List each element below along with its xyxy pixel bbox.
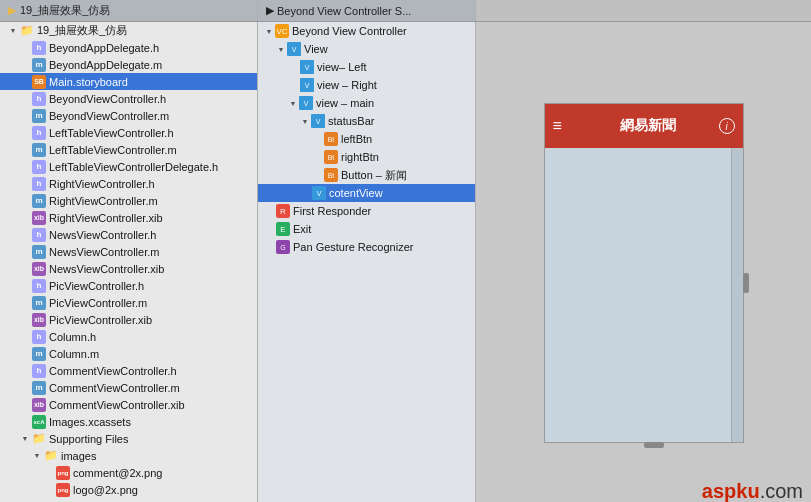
file-type-icon: h	[32, 279, 46, 293]
left-tree-item[interactable]: xibRightViewController.xib	[0, 209, 257, 226]
ib-tree-item[interactable]: ▼Vview – main	[258, 94, 475, 112]
ib-disclosure-arrow[interactable]: ▼	[300, 116, 310, 126]
file-type-icon: h	[32, 228, 46, 242]
left-tree-item[interactable]: mColumn.m	[0, 345, 257, 362]
file-type-icon: h	[32, 92, 46, 106]
left-tree-item[interactable]: mLeftTableViewController.m	[0, 141, 257, 158]
file-name-label: LeftTableViewControllerDelegate.h	[49, 161, 218, 173]
file-name-label: CommentViewController.m	[49, 382, 180, 394]
main-content: ▶ 19_抽屉效果_仿易 ▶ Beyond View Controller S.…	[0, 0, 811, 502]
middle-ib-panel[interactable]: ▼VCBeyond View Controller▼VViewVview– Le…	[258, 22, 476, 502]
file-type-icon: xib	[32, 262, 46, 276]
file-type-icon: h	[32, 160, 46, 174]
disclosure-arrow[interactable]: ▼	[8, 26, 18, 36]
nav-bar: ≡ 網易新聞 i	[545, 104, 743, 148]
file-type-icon: 📁	[20, 24, 34, 37]
left-tree-item[interactable]: mRightViewController.m	[0, 192, 257, 209]
left-tree-item[interactable]: ▼📁19_抽屉效果_仿易	[0, 22, 257, 39]
left-tree-item[interactable]: xibPicViewController.xib	[0, 311, 257, 328]
left-tree-item[interactable]: xibCommentViewController.xib	[0, 396, 257, 413]
left-tree-item[interactable]: pngcomment@2x.png	[0, 464, 257, 481]
ib-node-label: First Responder	[293, 205, 371, 217]
left-tree-item[interactable]: hRightViewController.h	[0, 175, 257, 192]
ib-node-label: view– Left	[317, 61, 367, 73]
ib-node-label: Button – 新闻	[341, 168, 407, 183]
left-tree-item[interactable]: hPicViewController.h	[0, 277, 257, 294]
file-type-icon: m	[32, 245, 46, 259]
right-preview-panel: ≡ 網易新聞 i aspku.com 免费网站建设下载	[476, 22, 811, 502]
left-tree-item[interactable]: hColumn.h	[0, 328, 257, 345]
panels-row: ▼📁19_抽屉效果_仿易hBeyondAppDelegate.hmBeyondA…	[0, 22, 811, 502]
left-tree-item[interactable]: mBeyondViewController.m	[0, 107, 257, 124]
ib-tree-item[interactable]: ▼VView	[258, 40, 475, 58]
nav-info-icon[interactable]: i	[719, 118, 735, 134]
left-tree-item[interactable]: ▼📁Supporting Files	[0, 430, 257, 447]
nav-menu-icon[interactable]: ≡	[553, 117, 577, 135]
ib-tree-item[interactable]: ▼VCBeyond View Controller	[258, 22, 475, 40]
file-type-icon: png	[56, 466, 70, 480]
ib-node-icon: Bt	[324, 168, 338, 182]
left-file-tree[interactable]: ▼📁19_抽屉效果_仿易hBeyondAppDelegate.hmBeyondA…	[0, 22, 258, 502]
file-type-icon: h	[32, 364, 46, 378]
ib-node-icon: E	[276, 222, 290, 236]
ib-disclosure-arrow[interactable]: ▼	[288, 98, 298, 108]
ib-node-label: Pan Gesture Recognizer	[293, 241, 413, 253]
ib-node-icon: Bt	[324, 132, 338, 146]
ib-tree-item[interactable]: BtrightBtn	[258, 148, 475, 166]
file-name-label: LeftTableViewController.h	[49, 127, 174, 139]
left-tree-item[interactable]: hBeyondAppDelegate.h	[0, 39, 257, 56]
file-type-icon: h	[32, 41, 46, 55]
file-name-label: BeyondAppDelegate.h	[49, 42, 159, 54]
ib-node-icon: R	[276, 204, 290, 218]
ib-tree-item[interactable]: RFirst Responder	[258, 202, 475, 220]
watermark-text: aspku	[702, 480, 760, 502]
ib-tree-item[interactable]: ▼VstatusBar	[258, 112, 475, 130]
file-name-label: NewsViewController.m	[49, 246, 159, 258]
ib-tree-item[interactable]: VcotentView	[258, 184, 475, 202]
left-tree-item[interactable]: hLeftTableViewController.h	[0, 124, 257, 141]
file-name-label: PicViewController.h	[49, 280, 144, 292]
left-tree-item[interactable]: pnglogo@2x.png	[0, 481, 257, 498]
left-tree-item[interactable]: xcAImages.xcassets	[0, 413, 257, 430]
ib-node-label: View	[304, 43, 328, 55]
left-tree-item[interactable]: mNewsViewController.m	[0, 243, 257, 260]
ib-node-label: Exit	[293, 223, 311, 235]
ib-node-icon: Bt	[324, 150, 338, 164]
left-tree-item[interactable]: hBeyondViewController.h	[0, 90, 257, 107]
file-name-label: comment@2x.png	[73, 467, 162, 479]
file-name-label: RightViewController.xib	[49, 212, 163, 224]
ib-doc-title: Beyond View Controller S...	[277, 5, 411, 17]
disclosure-arrow[interactable]: ▼	[32, 451, 42, 461]
ib-tree-item[interactable]: Vview– Left	[258, 58, 475, 76]
ib-disclosure-arrow[interactable]: ▼	[264, 26, 274, 36]
ib-node-label: cotentView	[329, 187, 383, 199]
left-tree-item[interactable]: mBeyondAppDelegate.m	[0, 56, 257, 73]
file-name-label: BeyondViewController.m	[49, 110, 169, 122]
left-tree-item[interactable]: ▼📁images	[0, 447, 257, 464]
disclosure-arrow[interactable]: ▼	[20, 434, 30, 444]
left-tree-item[interactable]: mCommentViewController.m	[0, 379, 257, 396]
left-tree-item[interactable]: mPicViewController.m	[0, 294, 257, 311]
file-name-label: LeftTableViewController.m	[49, 144, 177, 156]
phone-content	[545, 148, 743, 442]
resize-handle-bottom[interactable]	[644, 442, 664, 448]
left-tree-item[interactable]: xibNewsViewController.xib	[0, 260, 257, 277]
phone-preview: ≡ 網易新聞 i	[544, 103, 744, 443]
ib-tree-item[interactable]: EExit	[258, 220, 475, 238]
left-tree-item[interactable]: hCommentViewController.h	[0, 362, 257, 379]
file-type-icon: 📁	[44, 449, 58, 462]
ib-node-icon: V	[300, 78, 314, 92]
file-type-icon: m	[32, 194, 46, 208]
resize-handle-right[interactable]	[743, 273, 749, 293]
left-tree-item[interactable]: hNewsViewController.h	[0, 226, 257, 243]
ib-tree-item[interactable]: Vview – Right	[258, 76, 475, 94]
ib-tree-item[interactable]: BtleftBtn	[258, 130, 475, 148]
middle-panel-header: ▶ Beyond View Controller S...	[258, 0, 476, 21]
file-type-icon: m	[32, 347, 46, 361]
left-tree-item[interactable]: hLeftTableViewControllerDelegate.h	[0, 158, 257, 175]
ib-tree-item[interactable]: GPan Gesture Recognizer	[258, 238, 475, 256]
ib-disclosure-arrow[interactable]: ▼	[276, 44, 286, 54]
left-tree-item[interactable]: SBMain.storyboard	[0, 73, 257, 90]
file-name-label: CommentViewController.xib	[49, 399, 185, 411]
ib-tree-item[interactable]: BtButton – 新闻	[258, 166, 475, 184]
